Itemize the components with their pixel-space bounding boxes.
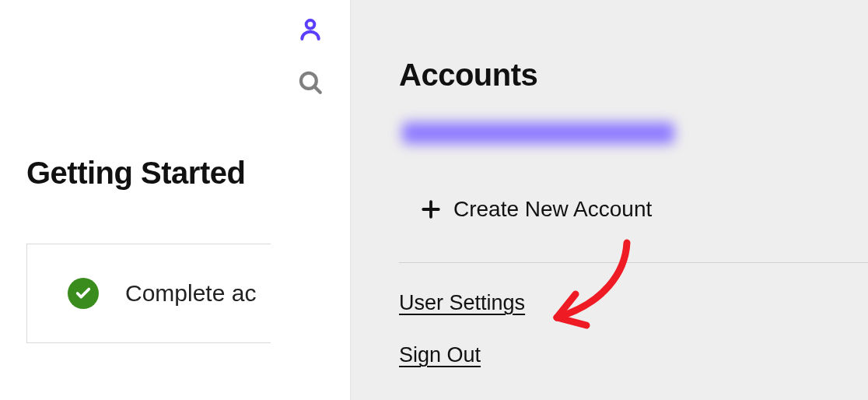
search-button[interactable] [295,67,326,98]
divider [399,262,868,263]
svg-line-2 [314,86,320,93]
search-icon [297,69,324,96]
user-menu-button[interactable] [295,14,326,45]
user-settings-link[interactable]: User Settings [399,291,525,315]
card-label: Complete ac [125,280,256,307]
create-new-account-button[interactable]: Create New Account [421,197,868,222]
main-content: Getting Started Complete ac [0,0,271,400]
svg-point-0 [306,20,315,29]
icon-rail [271,0,350,400]
check-complete-icon [68,278,99,309]
account-url-redacted[interactable] [402,122,674,144]
sign-out-link[interactable]: Sign Out [399,343,481,367]
create-new-account-label: Create New Account [453,197,652,222]
flyout-heading: Accounts [399,58,868,93]
user-icon [298,17,323,42]
plus-icon [421,199,441,219]
accounts-flyout: Accounts Create New Account User Setting… [350,0,868,400]
page-title: Getting Started [26,156,271,191]
